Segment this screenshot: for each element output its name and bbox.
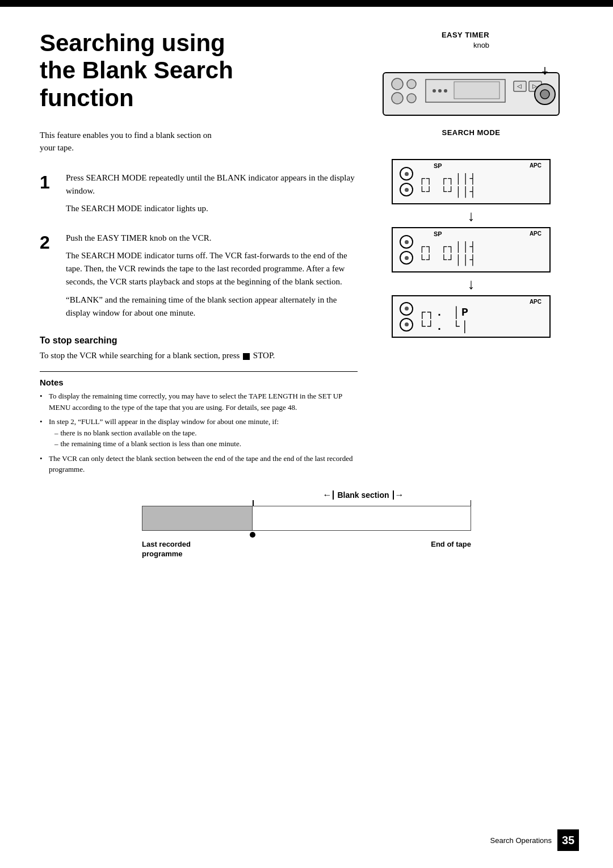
tape-markers [142,531,471,539]
stop-icon [243,353,250,360]
panel-1-reels [400,167,413,196]
notes-title: Notes [40,378,358,387]
notes-list: To display the remaining time correctly,… [40,391,358,475]
note-item-2: In step 2, “FULL” will appear in the dis… [40,416,358,450]
step-2-number: 2 [40,232,57,325]
easy-timer-label: EASY TIMER [442,31,489,39]
panel-2-sp: SP [434,230,442,237]
panel-2-display: ┌┐ ┌┐││┤ └┘ └┘││┤ [419,242,543,266]
panel-1-reel-2 [400,183,413,196]
step-1-sub: The SEARCH MODE indicator lights up. [66,202,358,215]
panel-down-arrow-2: ↓ [392,276,551,293]
vcr-device: ◁ ▷ SEARCH MODE [380,57,562,137]
arrow-left-icon: ← [322,490,331,500]
note-item-3: The VCR can only detect the blank sectio… [40,453,358,475]
step-2-content: Push the EASY TIMER knob on the VCR. The… [66,232,358,325]
note-item-1: To display the remaining time correctly,… [40,391,358,413]
panel-down-arrow: ↓ [392,208,551,225]
easy-timer-label-area: EASY TIMER knob [442,30,501,50]
blank-section-label: Blank section [337,490,389,500]
last-recorded-dot [250,532,255,538]
svg-text:◁: ◁ [517,83,522,89]
tape-diagram: ← Blank section → [142,490,471,559]
recorded-section [142,506,253,531]
step-2: 2 Push the EASY TIMER knob on the VCR. T… [40,232,358,325]
tape-labels-row: Last recorded programme End of tape [142,540,471,559]
panel-3-reels [400,302,413,332]
svg-rect-10 [454,82,499,99]
subsection-text: To stop the VCR while searching for a bl… [40,349,358,362]
display-panel-1: SP APC ┌┐ ┌┐││┤ [392,159,551,204]
intro-text: This feature enables you to find a blank… [40,129,221,154]
panel-1-display: ┌┐ ┌┐││┤ └┘ └┘││┤ [419,174,543,198]
step-2-main: Push the EASY TIMER knob on the VCR. [66,232,358,245]
tape-bar [142,506,471,531]
page-footer: Search Operations 35 [490,829,579,851]
blank-section [253,506,471,531]
display-panel-2: SP APC ┌┐ ┌┐││┤ └┘ └┘││┤ [392,227,551,272]
panel-2-apc: APC [530,230,541,237]
step-1-main: Press SEARCH MODE repeatedly until the B… [66,171,358,198]
right-column: EASY TIMER knob [375,30,568,479]
svg-point-5 [407,94,416,103]
step-2-sub: The SEARCH MODE indicator turns off. The… [66,249,358,289]
note-item-2-sub2: the remaining time of a blank section is… [49,438,358,450]
step-1: 1 Press SEARCH MODE repeatedly until the… [40,171,358,220]
panel-1-reel-1 [400,167,413,181]
svg-point-7 [433,89,436,93]
panel-1-sp: SP [434,162,442,169]
knob-arrow-indicator [380,58,562,65]
vcr-illustration: ◁ ▷ [380,67,562,124]
display-panel-3: APC ┌┐. │Ρ └┘. └│ [392,295,551,338]
svg-point-8 [438,89,442,93]
note-item-2-sub1: there is no blank section available on t… [49,427,358,439]
step-2-quote: “BLANK” and the remaining time of the bl… [66,293,358,320]
step-1-number: 1 [40,171,57,220]
svg-point-2 [392,78,403,90]
svg-point-9 [444,89,447,93]
svg-point-3 [392,93,403,104]
arrow-right-icon: → [395,490,404,500]
display-panels: SP APC ┌┐ ┌┐││┤ [392,159,551,338]
left-column: Searching using the Blank Search functio… [40,30,358,479]
notes-section: Notes To display the remaining time corr… [40,371,358,475]
last-recorded-label: Last recorded programme [142,540,191,559]
end-of-tape-label: End of tape [431,540,471,559]
panel-2-reels [400,235,413,265]
search-mode-label: SEARCH MODE [442,128,500,137]
panel-1-apc: APC [530,162,541,169]
top-bar [0,0,613,7]
page: Searching using the Blank Search functio… [0,0,613,868]
page-title: Searching using the Blank Search functio… [40,30,358,112]
svg-point-16 [540,90,549,99]
subsection-stop: To stop searching To stop the VCR while … [40,336,358,362]
bottom-section: ← Blank section → [0,490,613,605]
step-1-content: Press SEARCH MODE repeatedly until the B… [66,171,358,220]
footer-section-label: Search Operations [490,836,552,845]
panel-3-apc: APC [530,299,541,305]
subsection-title: To stop searching [40,336,358,346]
knob-label: knob [473,41,489,49]
footer-page-number: 35 [557,829,579,851]
svg-point-4 [407,79,416,89]
panel-3-display: ┌┐. │Ρ └┘. └│ [419,307,543,333]
